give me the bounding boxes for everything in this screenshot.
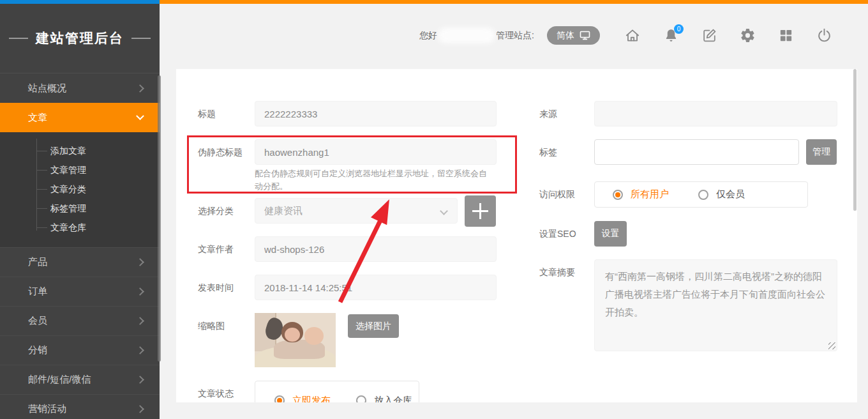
panel-scrollbar[interactable]	[853, 69, 857, 211]
submenu-item-article-manage[interactable]: 文章管理	[0, 160, 160, 179]
topbar-icons: 0	[624, 27, 832, 44]
radio-icon	[613, 190, 623, 200]
submenu-item-tag-manage[interactable]: 标签管理	[0, 199, 160, 218]
monitor-icon	[580, 31, 590, 40]
category-selected-value: 健康资讯	[264, 205, 303, 216]
sidebar-item-label: 产品	[28, 256, 47, 268]
chevron-right-icon	[136, 405, 144, 413]
notifications-bell-icon[interactable]: 0	[662, 27, 679, 44]
site-language-label: 简体	[557, 30, 574, 42]
article-edit-panel: 标题 伪静态标题 配合伪静态规则可自定义浏览器地址栏显示地址，留空系统会自动分配…	[176, 69, 857, 402]
chevron-down-icon	[440, 207, 448, 215]
username-redacted	[441, 31, 492, 40]
topbar: 您好 管理站点: 简体 0	[160, 4, 868, 67]
status-label: 文章状态	[198, 381, 234, 402]
title-label: 标题	[198, 101, 216, 126]
sidebar-item-products[interactable]: 产品	[0, 247, 160, 277]
category-label: 选择分类	[198, 198, 234, 224]
slug-input[interactable]	[255, 139, 497, 165]
sidebar-item-label: 邮件/短信/微信	[28, 374, 91, 386]
app-logo: 建站管理后台	[0, 4, 160, 73]
choose-image-button[interactable]: 选择图片	[348, 314, 399, 338]
status-publish-radio[interactable]: 立即发布	[274, 395, 331, 403]
chevron-right-icon	[136, 84, 144, 93]
summary-textarea[interactable]: 有“西南第一高钢塔，四川第二高电视塔”之称的德阳广播电视塔主塔广告位将于本月下旬…	[594, 259, 837, 351]
sidebar-item-label: 营销活动	[28, 403, 66, 415]
radio-icon	[274, 395, 285, 402]
sidebar-item-marketing[interactable]: 营销活动	[0, 394, 160, 419]
status-warehouse-radio[interactable]: 放入仓库	[356, 395, 412, 403]
chevron-right-icon	[136, 346, 144, 354]
access-radio-group: 所有用户 仅会员	[594, 181, 808, 208]
user-greeting: 您好 管理站点:	[419, 30, 534, 42]
author-label: 文章作者	[198, 236, 234, 262]
status-radio-group: 立即发布 放入仓库	[255, 381, 419, 402]
sidebar-nav: 站点概况 文章 添加文章 文章管理 文章分类 标签管理 文章仓库 产品 订单 会…	[0, 73, 160, 419]
textarea-resize-handle[interactable]	[828, 342, 835, 349]
edit-icon[interactable]	[701, 27, 717, 44]
source-label: 来源	[539, 101, 557, 126]
sidebar-item-orders[interactable]: 订单	[0, 277, 160, 306]
slug-hint: 配合伪静态规则可自定义浏览器地址栏显示地址，留空系统会自动分配。	[255, 167, 495, 193]
chevron-right-icon	[136, 287, 144, 296]
site-language-button[interactable]: 简体	[547, 26, 600, 45]
sidebar-scrollbar[interactable]	[158, 75, 161, 362]
sidebar-item-members[interactable]: 会员	[0, 306, 160, 335]
app-title: 建站管理后台	[36, 29, 124, 47]
access-all-users-radio[interactable]: 所有用户	[613, 188, 669, 201]
submenu-item-article-warehouse[interactable]: 文章仓库	[0, 218, 160, 237]
sidebar-item-articles[interactable]: 文章	[0, 103, 160, 132]
sidebar-item-label: 订单	[28, 286, 47, 298]
logo-dash-left	[9, 38, 28, 39]
seo-label: 设置SEO	[539, 221, 576, 247]
author-input[interactable]	[255, 236, 497, 262]
logo-dash-right	[131, 38, 151, 39]
title-input[interactable]	[255, 101, 497, 126]
home-icon[interactable]	[624, 27, 641, 44]
source-input[interactable]	[594, 101, 837, 126]
radio-icon	[698, 190, 708, 200]
access-members-only-radio[interactable]: 仅会员	[698, 188, 745, 201]
sidebar-item-label: 站点概况	[28, 82, 66, 95]
radio-icon	[356, 395, 366, 402]
chevron-right-icon	[136, 376, 144, 384]
apps-grid-icon[interactable]	[777, 27, 794, 44]
seo-settings-button[interactable]: 设置	[594, 221, 627, 247]
slug-label: 伪静态标题	[198, 139, 243, 165]
sidebar-item-mail-sms-wechat[interactable]: 邮件/短信/微信	[0, 365, 160, 394]
tags-input[interactable]	[594, 139, 799, 165]
sidebar: 建站管理后台 站点概况 文章 添加文章 文章管理 文章分类 标签管理 文章仓库 …	[0, 4, 160, 419]
sidebar-item-distribution[interactable]: 分销	[0, 335, 160, 365]
power-logout-icon[interactable]	[816, 27, 832, 44]
publish-time-input[interactable]	[255, 275, 497, 300]
sidebar-item-site-overview[interactable]: 站点概况	[0, 73, 160, 103]
chevron-right-icon	[136, 317, 144, 325]
sidebar-item-label: 分销	[28, 344, 47, 356]
access-label: 访问权限	[539, 181, 575, 207]
sidebar-item-label: 会员	[28, 315, 47, 327]
articles-submenu: 添加文章 文章管理 文章分类 标签管理 文章仓库	[0, 132, 160, 247]
add-category-button[interactable]	[465, 195, 496, 227]
greeting-text: 您好	[419, 30, 437, 42]
sidebar-item-label: 文章	[28, 112, 47, 124]
publish-time-label: 发表时间	[198, 275, 234, 300]
thumbnail-image[interactable]	[255, 313, 336, 367]
submenu-item-article-category[interactable]: 文章分类	[0, 179, 160, 199]
chevron-right-icon	[136, 258, 144, 266]
summary-label: 文章摘要	[539, 259, 575, 285]
chevron-down-icon	[136, 112, 144, 120]
submenu-item-add-article[interactable]: 添加文章	[0, 141, 160, 160]
settings-gear-icon[interactable]	[739, 27, 756, 44]
manage-site-label: 管理站点:	[496, 30, 534, 42]
thumbnail-label: 缩略图	[198, 313, 225, 339]
category-select[interactable]: 健康资讯	[255, 198, 458, 224]
manage-tags-button[interactable]: 管理	[806, 139, 837, 165]
notification-badge: 0	[674, 24, 684, 34]
tags-label: 标签	[539, 139, 557, 165]
